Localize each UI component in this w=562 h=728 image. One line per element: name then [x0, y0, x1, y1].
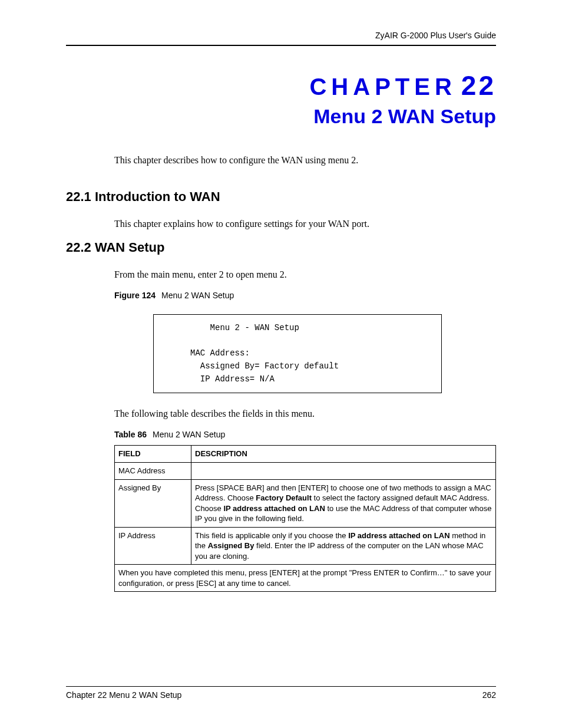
- chapter-intro: This chapter describes how to configure …: [114, 155, 496, 166]
- section-22-1-body: This chapter explains how to configure s…: [114, 219, 496, 229]
- chapter-title: Menu 2 WAN Setup: [66, 105, 496, 128]
- running-header: ZyAIR G-2000 Plus User's Guide: [66, 31, 496, 46]
- table-footer-cell: When you have completed this menu, press…: [115, 565, 496, 592]
- section-22-2-body: From the main menu, enter 2 to open menu…: [114, 269, 496, 280]
- terminal-line-4: Assigned By= Factory default: [166, 361, 339, 371]
- table-cell-desc: Press [SPACE BAR] and then [ENTER] to ch…: [191, 479, 496, 527]
- terminal-line-3: MAC Address:: [166, 348, 250, 358]
- terminal-line-1: Menu 2 - WAN Setup: [166, 323, 299, 332]
- chapter-label: CHAPTER22: [66, 70, 496, 101]
- table-header-row: FIELD DESCRIPTION: [115, 446, 496, 463]
- table-header-field: FIELD: [115, 446, 191, 463]
- desc-bold: Assigned By: [208, 541, 254, 550]
- footer-page-number: 262: [482, 690, 496, 700]
- footer-left: Chapter 22 Menu 2 WAN Setup: [66, 690, 181, 700]
- figure-caption: Figure 124Menu 2 WAN Setup: [114, 291, 496, 300]
- section-heading-22-1: 22.1 Introduction to WAN: [66, 189, 496, 205]
- table-footer-row: When you have completed this menu, press…: [115, 565, 496, 592]
- page-footer: Chapter 22 Menu 2 WAN Setup 262: [66, 686, 496, 700]
- table-cell-field: Assigned By: [115, 479, 191, 527]
- table-row: MAC Address: [115, 462, 496, 479]
- terminal-line-5: IP Address= N/A: [166, 374, 275, 384]
- table-cell-field: MAC Address: [115, 462, 191, 479]
- table-label: Table 86: [114, 430, 147, 439]
- table-cell-field: IP Address: [115, 527, 191, 565]
- desc-bold: IP address attached on LAN: [348, 531, 449, 540]
- table-caption: Table 86Menu 2 WAN Setup: [114, 430, 496, 439]
- table-cell-desc: [191, 462, 496, 479]
- table-cell-desc: This field is applicable only if you cho…: [191, 527, 496, 565]
- desc-bold: IP address attached on LAN: [223, 504, 325, 513]
- table-title: Menu 2 WAN Setup: [153, 430, 225, 439]
- desc-text: This field is applicable only if you cho…: [195, 531, 348, 540]
- table-row: Assigned By Press [SPACE BAR] and then […: [115, 479, 496, 527]
- chapter-label-word: CHAPTER: [309, 74, 456, 100]
- section-heading-22-2: 22.2 WAN Setup: [66, 240, 496, 255]
- chapter-label-number: 22: [461, 70, 496, 101]
- table-row: IP Address This field is applicable only…: [115, 527, 496, 565]
- desc-bold: Factory Default: [256, 493, 312, 502]
- field-description-table: FIELD DESCRIPTION MAC Address Assigned B…: [114, 445, 496, 592]
- after-figure-text: The following table describes the fields…: [114, 409, 496, 419]
- figure-title: Menu 2 WAN Setup: [161, 291, 234, 300]
- figure-label: Figure 124: [114, 291, 156, 300]
- terminal-screenshot: Menu 2 - WAN Setup MAC Address: Assigned…: [153, 314, 442, 393]
- table-header-description: DESCRIPTION: [191, 446, 496, 463]
